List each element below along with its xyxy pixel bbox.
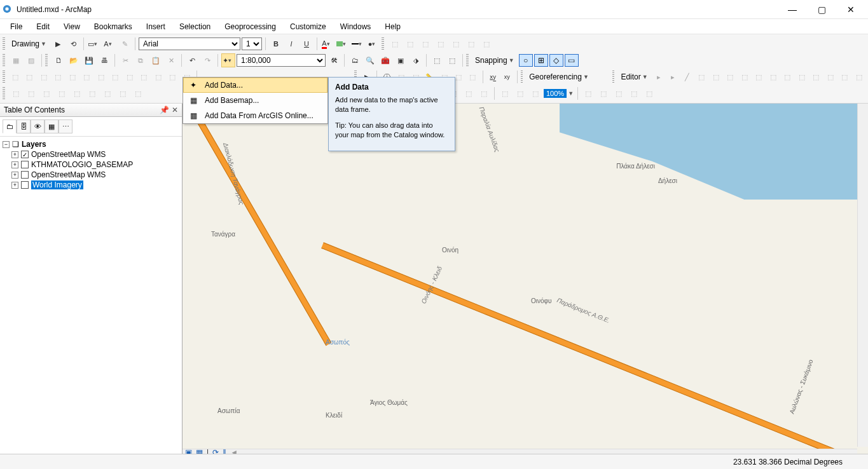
r4-4[interactable]: ⬚: [55, 86, 69, 100]
snap-end-button[interactable]: ⊞: [534, 54, 548, 67]
toc-layer-item[interactable]: + World Imagery: [3, 180, 179, 190]
text-tool[interactable]: A▾: [102, 37, 116, 51]
toc-tab-drawing-order[interactable]: 🗀: [3, 119, 17, 133]
menu-edit[interactable]: Edit: [30, 21, 56, 32]
r4-25[interactable]: ⬚: [642, 86, 656, 100]
r4-18[interactable]: ⬚: [498, 86, 512, 100]
search-window-button[interactable]: 🔍: [363, 53, 377, 67]
italic-button[interactable]: I: [284, 37, 298, 51]
toolbar-grip[interactable]: [3, 37, 5, 50]
edit-t12[interactable]: ⬚: [166, 70, 179, 84]
maximize-button[interactable]: ▢: [807, 0, 836, 19]
ed-t9[interactable]: ⬚: [767, 70, 780, 84]
ed-t4[interactable]: ⬚: [695, 70, 708, 84]
r4-2[interactable]: ⬚: [24, 86, 38, 100]
extra-tool-7[interactable]: ⬚: [479, 37, 493, 51]
r4-6[interactable]: ⬚: [85, 86, 99, 100]
delete-button[interactable]: ✕: [164, 53, 178, 67]
snap-vertex-button[interactable]: ◇: [549, 54, 563, 67]
toolbar-grip[interactable]: [3, 87, 5, 100]
snap-edge-button[interactable]: ▭: [565, 54, 579, 67]
font-color-button[interactable]: A▾: [320, 37, 334, 51]
r4-1[interactable]: ⬚: [9, 86, 23, 100]
time-slider-tool[interactable]: ⬚: [466, 70, 479, 84]
edit-vertices-tool[interactable]: ✎: [118, 37, 132, 51]
edit-t9[interactable]: ⬚: [123, 70, 136, 84]
extra-tool-2[interactable]: ⬚: [403, 37, 417, 51]
ed-t8[interactable]: ⬚: [752, 70, 765, 84]
ed-t12[interactable]: ⬚: [809, 70, 822, 84]
r4-7[interactable]: ⬚: [100, 86, 114, 100]
menu-windows[interactable]: Windows: [334, 21, 378, 32]
rectangle-tool[interactable]: ▭▾: [87, 37, 101, 51]
snap-point-button[interactable]: ○: [519, 54, 533, 67]
toolbar-grip[interactable]: [45, 54, 48, 67]
r4-16[interactable]: ⬚: [462, 86, 476, 100]
print-button[interactable]: 🖶: [97, 53, 111, 67]
model-builder-button[interactable]: ⬗: [409, 53, 423, 67]
expander-icon[interactable]: +: [11, 172, 18, 179]
r4-24[interactable]: ⬚: [627, 86, 641, 100]
menu-geoprocessing[interactable]: Geoprocessing: [218, 21, 282, 32]
expander-icon[interactable]: +: [11, 182, 18, 189]
menu-customize[interactable]: Customize: [284, 21, 333, 32]
menu-item-add-data-online[interactable]: ▦ Add Data From ArcGIS Online...: [183, 108, 327, 123]
ed-t6[interactable]: ⬚: [724, 70, 736, 84]
marker-color-button[interactable]: ●▾: [366, 37, 380, 51]
layer-checkbox[interactable]: [21, 161, 29, 168]
extra-tool-4[interactable]: ⬚: [434, 37, 448, 51]
toolbar-grip[interactable]: [3, 71, 5, 83]
underline-button[interactable]: U: [300, 37, 313, 51]
ed-t11[interactable]: ⬚: [796, 70, 808, 84]
ed-t10[interactable]: ⬚: [781, 70, 794, 84]
toolbar-grip[interactable]: [612, 71, 615, 83]
toolbar-grip[interactable]: [382, 37, 384, 50]
misc-2[interactable]: ▨: [24, 53, 38, 67]
cut-button[interactable]: ✂: [118, 53, 132, 67]
close-button[interactable]: ✕: [836, 0, 865, 19]
menu-file[interactable]: File: [4, 21, 29, 32]
toolbar-grip[interactable]: [466, 54, 469, 67]
close-panel-icon[interactable]: ✕: [172, 105, 178, 114]
edit-t5[interactable]: ⬚: [66, 70, 79, 84]
menu-selection[interactable]: Selection: [173, 21, 217, 32]
layer-checkbox[interactable]: ✓: [21, 151, 29, 158]
misc-tool-b[interactable]: ⬚: [445, 53, 459, 67]
fill-color-button[interactable]: ▾: [336, 37, 350, 51]
menu-item-add-basemap[interactable]: ▦ Add Basemap...: [183, 93, 327, 108]
extra-tool-6[interactable]: ⬚: [464, 37, 478, 51]
zoom-dropdown[interactable]: ▼: [568, 90, 574, 97]
r4-8[interactable]: ⬚: [116, 86, 130, 100]
python-window-button[interactable]: ▣: [394, 53, 408, 67]
save-button[interactable]: 💾: [82, 53, 96, 67]
drawing-menu[interactable]: Drawing▼: [9, 39, 50, 48]
edit-t3[interactable]: ⬚: [38, 70, 50, 84]
menu-bookmarks[interactable]: Bookmarks: [88, 21, 139, 32]
rotate-tool[interactable]: ⟲: [66, 37, 80, 51]
edit-t8[interactable]: ⬚: [109, 70, 121, 84]
catalog-window-button[interactable]: 🗂: [348, 53, 362, 67]
snapping-menu[interactable]: Snapping▼: [472, 56, 518, 65]
extra-tool-1[interactable]: ⬚: [388, 37, 402, 51]
menu-item-add-data[interactable]: ✦ Add Data...: [183, 78, 327, 93]
bold-button[interactable]: B: [269, 37, 283, 51]
r4-22[interactable]: ⬚: [596, 86, 610, 100]
select-element-tool[interactable]: ▶: [51, 37, 65, 51]
open-button[interactable]: 📂: [67, 53, 81, 67]
r4-19[interactable]: ⬚: [513, 86, 527, 100]
layer-checkbox[interactable]: [21, 181, 29, 189]
misc-1[interactable]: ▦: [9, 53, 23, 67]
ed-t15[interactable]: ⬚: [853, 70, 865, 84]
font-combo[interactable]: Arial: [139, 37, 240, 50]
toc-layer-item[interactable]: + ✓ OpenStreetMap WMS: [3, 149, 179, 160]
ed-t5[interactable]: ⬚: [710, 70, 722, 84]
expander-icon[interactable]: +: [11, 151, 18, 158]
edit-t4[interactable]: ⬚: [52, 70, 64, 84]
paste-button[interactable]: 📋: [149, 53, 163, 67]
r4-5[interactable]: ⬚: [70, 86, 84, 100]
ed-t13[interactable]: ⬚: [824, 70, 837, 84]
scale-combo[interactable]: 1:80,000: [237, 54, 326, 67]
pin-icon[interactable]: 📌: [160, 105, 169, 114]
r4-9[interactable]: ⬚: [131, 86, 145, 100]
toolbar-grip[interactable]: [3, 54, 5, 67]
